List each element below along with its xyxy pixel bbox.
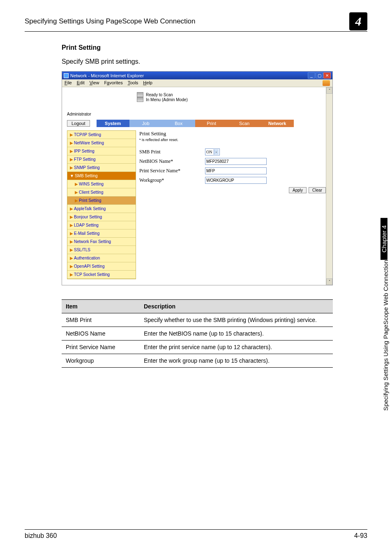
sidebar-item-ssl[interactable]: ▶SSL/TLS — [67, 246, 136, 254]
admin-label: Administrator — [67, 112, 332, 116]
table-cell-item: Workgroup — [62, 354, 140, 368]
sidebar-item-email[interactable]: ▶E-Mail Setting — [67, 229, 136, 238]
sidebar-item-print[interactable]: ▶Print Setting — [67, 197, 136, 205]
sidebar-item-appletalk[interactable]: ▶AppleTalk Setting — [67, 205, 136, 213]
scroll-up-icon[interactable]: ˄ — [326, 87, 332, 94]
table-cell-desc: Enter the work group name (up to 15 char… — [140, 354, 333, 368]
tab-print[interactable]: Print — [195, 120, 228, 127]
table-row: Print Service Name Enter the print servi… — [62, 341, 333, 354]
tab-box[interactable]: Box — [162, 120, 195, 127]
table-cell-desc: Enter the print service name (up to 12 c… — [140, 341, 333, 354]
menu-edit[interactable]: Edit — [77, 80, 85, 86]
status-line-1: Ready to Scan — [146, 93, 173, 97]
sidebar: ▶TCP/IP Setting ▶NetWare Setting ▶IPP Se… — [67, 130, 136, 279]
table-row: SMB Print Specify whether to use the SMB… — [62, 313, 333, 327]
sidebar-item-client[interactable]: ▶Client Setting — [67, 188, 136, 197]
sidebar-item-snmp[interactable]: ▶SNMP Setting — [67, 164, 136, 172]
sidebar-item-netfax[interactable]: ▶Network Fax Setting — [67, 238, 136, 246]
sidebar-item-bonjour[interactable]: ▶Bonjour Setting — [67, 213, 136, 221]
smb-print-label: SMB Print — [139, 149, 205, 155]
minimize-button[interactable]: _ — [308, 72, 315, 79]
vertical-scrollbar[interactable]: ˄ ˅ — [326, 87, 332, 285]
apply-button[interactable]: Apply — [289, 187, 307, 193]
table-cell-desc: Enter the NetBIOS name (up to 15 charact… — [140, 327, 333, 341]
browser-title: Network - Microsoft Internet Explorer — [70, 73, 144, 78]
page-header-title: Specifying Settings Using PageScope Web … — [25, 17, 196, 25]
side-text: Specifying Settings Using PageScope Web … — [380, 260, 391, 418]
scanner-status-icon — [137, 97, 143, 102]
content-note: * is reflected after reset. — [139, 138, 327, 142]
close-button[interactable]: ✕ — [323, 72, 331, 79]
sidebar-item-openapi[interactable]: ▶OpenAPI Setting — [67, 262, 136, 271]
table-head-desc: Description — [140, 300, 333, 313]
menu-view[interactable]: View — [90, 80, 99, 86]
sidebar-item-auth[interactable]: ▶Authentication — [67, 254, 136, 262]
tab-job[interactable]: Job — [129, 120, 162, 127]
windows-flag-icon — [323, 80, 330, 86]
netbios-label: NetBIOS Name* — [139, 158, 205, 164]
browser-menu: File Edit View Favorites Tools Help — [62, 79, 332, 87]
table-head-item: Item — [62, 300, 140, 313]
table-cell-item: SMB Print — [62, 313, 140, 327]
sidebar-item-tcpsocket[interactable]: ▶TCP Socket Setting — [67, 271, 136, 279]
tab-network[interactable]: Network — [261, 120, 294, 127]
section-intro: Specify SMB print settings. — [62, 58, 367, 65]
settings-table: Item Description SMB Print Specify wheth… — [62, 299, 333, 368]
table-cell-desc: Specify whether to use the SMB printing … — [140, 313, 333, 327]
clear-button[interactable]: Clear — [309, 187, 326, 193]
footer-left: bizhub 360 — [25, 532, 57, 540]
section-title: Print Setting — [62, 44, 367, 51]
table-cell-item: Print Service Name — [62, 341, 140, 354]
smb-print-select[interactable]: ON⌄ — [205, 148, 220, 155]
table-row: Workgroup Enter the work group name (up … — [62, 354, 333, 368]
sidebar-item-tcpip[interactable]: ▶TCP/IP Setting — [67, 131, 136, 139]
chapter-number-box: 4 — [349, 12, 367, 30]
menu-file[interactable]: File — [65, 80, 72, 86]
sidebar-item-smb[interactable]: ▼SMB Setting — [67, 172, 136, 180]
netbios-input[interactable] — [205, 158, 267, 165]
service-input[interactable] — [205, 167, 267, 174]
side-chapter-tab: Chapter 4 — [380, 218, 387, 260]
sidebar-item-ldap[interactable]: ▶LDAP Setting — [67, 221, 136, 229]
chevron-down-icon: ⌄ — [214, 149, 219, 155]
tab-system[interactable]: System — [97, 120, 129, 127]
sidebar-item-ftp[interactable]: ▶FTP Setting — [67, 155, 136, 164]
footer-right: 4-93 — [354, 532, 367, 540]
browser-window: Network - Microsoft Internet Explorer _ … — [62, 71, 333, 285]
printer-status-icon — [137, 92, 143, 97]
sidebar-item-wins[interactable]: ▶WINS Setting — [67, 180, 136, 188]
table-row: NetBIOS Name Enter the NetBIOS name (up … — [62, 327, 333, 341]
menu-favorites[interactable]: Favorites — [104, 80, 122, 86]
scroll-down-icon[interactable]: ˅ — [326, 278, 332, 285]
menu-tools[interactable]: Tools — [128, 80, 138, 86]
ie-icon — [64, 73, 69, 78]
content-heading: Print Setting — [139, 130, 327, 137]
browser-titlebar: Network - Microsoft Internet Explorer _ … — [62, 72, 332, 79]
tab-scan[interactable]: Scan — [228, 120, 261, 127]
status-line-2: In Menu (Admin Mode) — [146, 97, 188, 102]
workgroup-input[interactable] — [205, 177, 267, 184]
menu-help[interactable]: Help — [143, 80, 152, 86]
workgroup-label: Workgroup* — [139, 177, 205, 183]
service-label: Print Service Name* — [139, 168, 205, 174]
maximize-button[interactable]: ▢ — [316, 72, 323, 79]
sidebar-item-netware[interactable]: ▶NetWare Setting — [67, 139, 136, 147]
table-cell-item: NetBIOS Name — [62, 327, 140, 341]
logout-button[interactable]: Logout — [67, 120, 90, 127]
sidebar-item-ipp[interactable]: ▶IPP Setting — [67, 147, 136, 155]
